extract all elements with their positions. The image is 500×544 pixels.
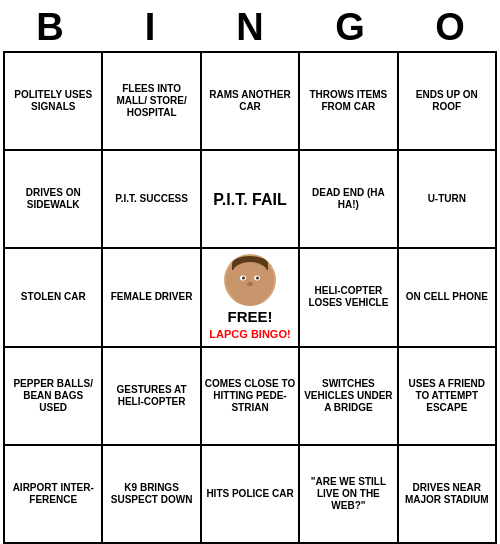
cell-r5c4[interactable]: "ARE WE STILL LIVE ON THE WEB?" (300, 446, 398, 544)
cell-r4c1[interactable]: PEPPER BALLS/ BEAN BAGS USED (5, 348, 103, 446)
cell-r4c3[interactable]: COMES CLOSE TO HITTING PEDE-STRIAN (202, 348, 300, 446)
cell-r3c5[interactable]: ON CELL PHONE (399, 249, 497, 347)
svg-point-7 (256, 276, 259, 279)
cell-r5c3[interactable]: HITS POLICE CAR (202, 446, 300, 544)
svg-point-8 (247, 282, 253, 286)
svg-point-9 (234, 286, 266, 306)
cell-r3c1[interactable]: STOLEN CAR (5, 249, 103, 347)
cell-r1c3[interactable]: RAMS ANOTHER CAR (202, 53, 300, 151)
bingo-header: B I N G O (0, 0, 500, 51)
cell-r1c5[interactable]: ENDS UP ON ROOF (399, 53, 497, 151)
free-face (224, 254, 276, 306)
svg-point-6 (242, 276, 245, 279)
letter-b: B (5, 6, 95, 49)
letter-n: N (205, 6, 295, 49)
cell-r3c4[interactable]: HELI-COPTER LOSES VEHICLE (300, 249, 398, 347)
cell-r4c4[interactable]: SWITCHES VEHICLES UNDER A BRIDGE (300, 348, 398, 446)
cell-r1c4[interactable]: THROWS ITEMS FROM CAR (300, 53, 398, 151)
cell-r2c1[interactable]: DRIVES ON SIDEWALK (5, 151, 103, 249)
cell-r1c2[interactable]: FLEES INTO MALL/ STORE/ HOSPITAL (103, 53, 201, 151)
letter-i: I (105, 6, 195, 49)
cell-r5c2[interactable]: K9 BRINGS SUSPECT DOWN (103, 446, 201, 544)
cell-r5c1[interactable]: AIRPORT INTER-FERENCE (5, 446, 103, 544)
cell-r3c2[interactable]: FEMALE DRIVER (103, 249, 201, 347)
cell-r2c3[interactable]: P.I.T. FAIL (202, 151, 300, 249)
cell-r2c4[interactable]: DEAD END (HA HA!) (300, 151, 398, 249)
cell-r4c5[interactable]: USES A FRIEND TO ATTEMPT ESCAPE (399, 348, 497, 446)
letter-o: O (405, 6, 495, 49)
cell-r2c2[interactable]: P.I.T. SUCCESS (103, 151, 201, 249)
cell-r4c2[interactable]: GESTURES AT HELI-COPTER (103, 348, 201, 446)
cell-free[interactable]: FREE! LAPCG BINGO! (202, 249, 300, 347)
bingo-grid: POLITELY USES SIGNALS FLEES INTO MALL/ S… (3, 51, 497, 544)
letter-g: G (305, 6, 395, 49)
cell-r5c5[interactable]: DRIVES NEAR MAJOR STADIUM (399, 446, 497, 544)
cell-r1c1[interactable]: POLITELY USES SIGNALS (5, 53, 103, 151)
cell-r2c5[interactable]: U-TURN (399, 151, 497, 249)
